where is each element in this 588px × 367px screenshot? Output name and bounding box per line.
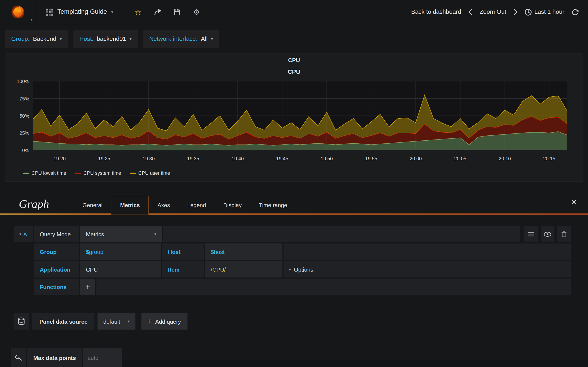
- application-input[interactable]: CPU: [80, 261, 161, 277]
- tools-icon-box: [11, 348, 26, 367]
- svg-text:50%: 50%: [19, 113, 29, 119]
- time-shift-left-button[interactable]: [468, 9, 473, 15]
- add-query-button[interactable]: + Add query: [141, 313, 187, 330]
- panel-editor: Graph General Metrics Axes Legend Displa…: [0, 192, 588, 367]
- editor-title: Graph: [19, 197, 49, 215]
- svg-text:20:10: 20:10: [499, 156, 511, 161]
- variable-label: Network interface:: [149, 35, 198, 42]
- variable-host-dropdown[interactable]: Host: backend01 ▾: [73, 30, 138, 48]
- share-button[interactable]: [153, 8, 162, 16]
- query-editor: ▾ A Query Mode Metrics ▾: [0, 215, 588, 295]
- group-label: Group: [34, 243, 79, 260]
- host-input[interactable]: $host: [205, 243, 282, 260]
- query-delete-button[interactable]: [557, 226, 571, 242]
- tab-general[interactable]: General: [74, 196, 111, 215]
- datasource-icon-box: [14, 313, 29, 330]
- menu-icon: [528, 232, 534, 236]
- variable-group-dropdown[interactable]: Group: Backend ▾: [5, 30, 68, 48]
- settings-button[interactable]: ⚙: [192, 8, 200, 16]
- legend-item[interactable]: CPU user time: [130, 170, 170, 176]
- query-collapse-toggle[interactable]: ▾ A: [14, 226, 33, 242]
- group-input[interactable]: $group: [80, 243, 161, 260]
- caret-down-icon: ▾: [211, 36, 213, 41]
- svg-text:19:35: 19:35: [187, 156, 199, 161]
- chart-legend: CPU iowait time CPU system time CPU user…: [5, 170, 583, 180]
- database-icon: [18, 318, 25, 325]
- graph-panel: CPU CPU 0%25%50%75%100%19:2019:2519:3019…: [5, 53, 583, 182]
- variable-label: Group:: [11, 35, 30, 42]
- chevron-right-icon: [513, 9, 518, 15]
- caret-down-icon: ▾: [154, 232, 156, 236]
- grafana-logo-icon: [10, 4, 26, 20]
- datasource-row: Panel data source default ▾ + Add query: [14, 313, 588, 330]
- chart-area[interactable]: 0%25%50%75%100%19:2019:2519:3019:3519:40…: [5, 75, 583, 169]
- svg-text:19:25: 19:25: [98, 156, 110, 161]
- tab-legend[interactable]: Legend: [179, 196, 215, 215]
- svg-text:19:55: 19:55: [365, 156, 377, 161]
- query-row-mode: ▾ A Query Mode Metrics ▾: [14, 226, 571, 242]
- tab-axes[interactable]: Axes: [149, 196, 179, 215]
- svg-text:19:30: 19:30: [143, 156, 155, 161]
- zoom-out-button[interactable]: Zoom Out: [480, 9, 506, 15]
- legend-swatch-user: [130, 173, 136, 174]
- caret-down-icon: ▾: [128, 319, 130, 324]
- save-button[interactable]: [173, 8, 181, 16]
- item-input[interactable]: /CPU/: [205, 261, 282, 277]
- dashboard-title: Templating Guide: [57, 8, 107, 16]
- variable-value: Backend: [33, 35, 57, 42]
- add-query-label: Add query: [155, 318, 181, 325]
- datasource-value: default: [103, 318, 120, 325]
- caret-down-icon: ▾: [130, 36, 132, 41]
- max-data-points-input[interactable]: [83, 348, 122, 367]
- legend-label: CPU user time: [138, 170, 170, 176]
- star-button[interactable]: ☆: [134, 8, 142, 16]
- refresh-button[interactable]: [571, 8, 579, 16]
- time-shift-right-button[interactable]: [513, 9, 518, 15]
- add-function-button[interactable]: +: [80, 279, 95, 295]
- svg-text:20:00: 20:00: [409, 156, 422, 161]
- query-row-app-item: Application CPU Item /CPU/ ▸ Options:: [34, 261, 571, 277]
- options-toggle[interactable]: ▸ Options:: [284, 261, 571, 277]
- variable-netif-dropdown[interactable]: Network interface: All ▾: [143, 30, 219, 48]
- host-label: Host: [162, 243, 204, 260]
- svg-text:19:50: 19:50: [321, 156, 333, 161]
- top-navbar: ▾ Templating Guide ▾ ☆: [0, 0, 588, 24]
- plus-icon: +: [148, 318, 152, 325]
- back-to-dashboard-button[interactable]: Back to dashboard: [411, 9, 461, 15]
- caret-down-icon: ▾: [19, 232, 21, 236]
- query-row-filler: [96, 279, 571, 295]
- svg-text:0%: 0%: [22, 148, 29, 153]
- functions-label: Functions: [34, 279, 79, 295]
- tab-time-range[interactable]: Time range: [250, 196, 296, 215]
- grafana-logo-menu[interactable]: ▾: [0, 0, 36, 24]
- legend-item[interactable]: CPU iowait time: [23, 170, 66, 176]
- dashboard-title-dropdown[interactable]: Templating Guide ▾: [36, 0, 123, 24]
- svg-text:25%: 25%: [19, 131, 29, 136]
- share-icon: [154, 9, 161, 15]
- tab-display[interactable]: Display: [215, 196, 250, 215]
- save-icon: [174, 9, 180, 15]
- cpu-stacked-area-chart[interactable]: 0%25%50%75%100%19:2019:2519:3019:3519:40…: [10, 77, 578, 170]
- time-range-label: Last 1 hour: [534, 9, 564, 15]
- time-range-picker[interactable]: Last 1 hour: [525, 8, 564, 16]
- dashboard-grid-icon: [46, 8, 53, 16]
- datasource-dropdown[interactable]: default ▾: [98, 313, 135, 330]
- legend-item[interactable]: CPU system time: [75, 170, 121, 176]
- gear-icon: ⚙: [193, 8, 200, 16]
- query-menu-button[interactable]: [524, 226, 538, 242]
- tab-metrics[interactable]: Metrics: [111, 196, 149, 215]
- chart-title: CPU: [5, 64, 583, 75]
- caret-down-icon: ▾: [60, 36, 62, 41]
- query-toggle-visibility-button[interactable]: [541, 226, 554, 242]
- grafana-app: ▾ Templating Guide ▾ ☆: [0, 0, 588, 367]
- editor-tab-strip: Graph General Metrics Axes Legend Displa…: [0, 192, 588, 215]
- wrench-icon: [15, 354, 22, 361]
- options-label: Options:: [294, 266, 315, 273]
- query-row-filler: [163, 226, 520, 242]
- close-icon[interactable]: ×: [571, 197, 577, 207]
- eye-icon: [544, 232, 551, 236]
- panel-title[interactable]: CPU: [5, 53, 583, 64]
- chevron-left-icon: [468, 9, 473, 15]
- svg-text:20:15: 20:15: [543, 156, 555, 161]
- query-mode-dropdown[interactable]: Metrics ▾: [80, 226, 162, 242]
